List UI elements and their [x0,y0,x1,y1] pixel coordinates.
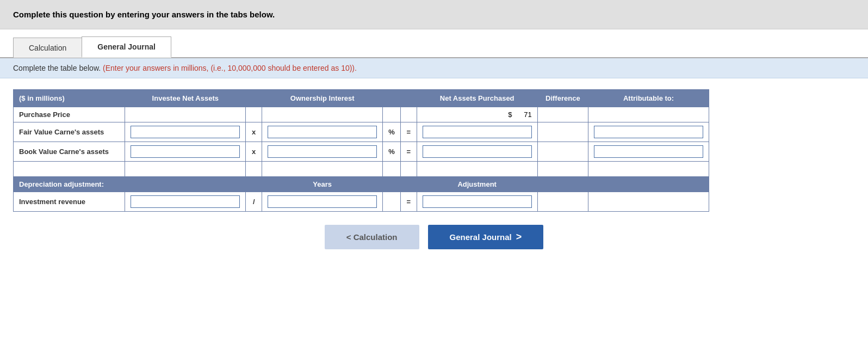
calculation-table: ($ in millions) Investee Net Assets Owne… [13,89,709,212]
investment-ownership-input[interactable] [268,195,377,208]
investment-investee-net-input-cell[interactable] [125,192,246,212]
empty-col2 [125,162,246,177]
label-fair-value: Fair Value Carne's assets [14,122,125,142]
table-header-row: ($ in millions) Investee Net Assets Owne… [14,90,709,107]
tab-general-journal[interactable]: General Journal [82,36,171,58]
tabs-area: Calculation General Journal [0,29,868,58]
fair-value-net-assets-input[interactable] [423,126,532,138]
empty-col8 [537,162,588,177]
fair-value-ownership-input-cell[interactable] [262,122,383,142]
investment-attributable [588,192,709,212]
table-row-depreciation-header: Depreciation adjustment: Years Adjustmen… [14,177,709,192]
purchase-price-attributable [588,107,709,122]
investment-net-assets-input-cell[interactable] [417,192,537,212]
depreciation-adjustment-label: Adjustment [417,177,537,192]
book-value-attributable-input[interactable] [594,145,703,158]
purchase-price-ownership [262,107,383,122]
fair-value-percent: % [383,122,401,142]
book-value-equals: = [400,142,417,162]
purchase-price-difference [537,107,588,122]
col-header-attributable-to: Attributable to: [588,90,709,107]
next-chevron-icon: > [516,231,522,243]
table-row-book-value: Book Value Carne's assets x % = [14,142,709,162]
table-row-empty [14,162,709,177]
depreciation-empty1 [125,177,246,192]
purchase-price-net-assets: $ 71 [417,107,537,122]
prev-button-label: < Calculation [346,232,398,242]
tab-calculation[interactable]: Calculation [13,38,82,58]
col-header-net-assets-purchased: Net Assets Purchased [417,90,537,107]
depreciation-empty5 [537,177,588,192]
investment-equals: = [400,192,417,212]
book-value-attributable-input-cell[interactable] [588,142,709,162]
purchase-price-op2 [383,107,401,122]
depreciation-empty2 [246,177,262,192]
info-red-text: (Enter your answers in millions, (i.e., … [103,64,357,72]
book-value-op1: x [246,142,262,162]
fair-value-attributable-input[interactable] [594,126,703,138]
col-header-difference: Difference [537,90,588,107]
book-value-percent: % [383,142,401,162]
investment-difference [537,192,588,212]
col-header-label: ($ in millions) [14,90,125,107]
nav-buttons: < Calculation General Journal > [13,225,855,249]
purchase-price-op3 [400,107,417,122]
investment-op1: / [246,192,262,212]
col-header-op1 [246,90,262,107]
fair-value-net-assets-input-cell[interactable] [417,122,537,142]
info-bar: Complete the table below. (Enter your an… [0,58,868,78]
book-value-net-assets-input[interactable] [423,145,532,158]
empty-col3 [246,162,262,177]
label-book-value: Book Value Carne's assets [14,142,125,162]
fair-value-attributable-input-cell[interactable] [588,122,709,142]
col-header-ownership-interest: Ownership Interest [262,90,383,107]
prev-button[interactable]: < Calculation [325,225,419,249]
col-header-investee-net-assets: Investee Net Assets [125,90,246,107]
book-value-ownership-input[interactable] [268,145,377,158]
col-header-op3 [400,90,417,107]
instruction-text: Complete this question by entering your … [13,10,275,19]
depreciation-label: Depreciation adjustment: [14,177,125,192]
depreciation-empty3 [383,177,401,192]
purchase-price-op1 [246,107,262,122]
empty-col6 [400,162,417,177]
label-investment-revenue: Investment revenue [14,192,125,212]
investment-ownership-input-cell[interactable] [262,192,383,212]
next-button[interactable]: General Journal > [428,225,544,249]
fair-value-equals: = [400,122,417,142]
info-static-text: Complete the table below. [13,64,101,72]
book-value-ownership-input-cell[interactable] [262,142,383,162]
book-value-investee-net-input[interactable] [131,145,240,158]
book-value-difference-input-cell[interactable] [537,142,588,162]
depreciation-years-label: Years [262,177,383,192]
investment-net-assets-input[interactable] [423,195,532,208]
table-row-investment-revenue: Investment revenue / = [14,192,709,212]
empty-col9 [588,162,709,177]
instruction-bar: Complete this question by entering your … [0,0,868,29]
purchase-price-investee-net [125,107,246,122]
table-row-purchase-price: Purchase Price $ 71 [14,107,709,122]
investment-investee-net-input[interactable] [131,195,240,208]
book-value-investee-net-input-cell[interactable] [125,142,246,162]
fair-value-ownership-input[interactable] [268,126,377,138]
fair-value-op1: x [246,122,262,142]
empty-col1 [14,162,125,177]
table-row-fair-value: Fair Value Carne's assets x % = [14,122,709,142]
empty-col7 [417,162,537,177]
fair-value-difference-input-cell[interactable] [537,122,588,142]
depreciation-empty6 [588,177,709,192]
empty-col5 [383,162,401,177]
investment-empty-percent [383,192,401,212]
empty-col4 [262,162,383,177]
col-header-op2 [383,90,401,107]
depreciation-empty4 [400,177,417,192]
book-value-net-assets-input-cell[interactable] [417,142,537,162]
label-purchase-price: Purchase Price [14,107,125,122]
main-content: ($ in millions) Investee Net Assets Owne… [0,78,868,260]
fair-value-investee-net-input-cell[interactable] [125,122,246,142]
next-button-label: General Journal [450,232,512,242]
fair-value-investee-net-input[interactable] [131,126,240,138]
